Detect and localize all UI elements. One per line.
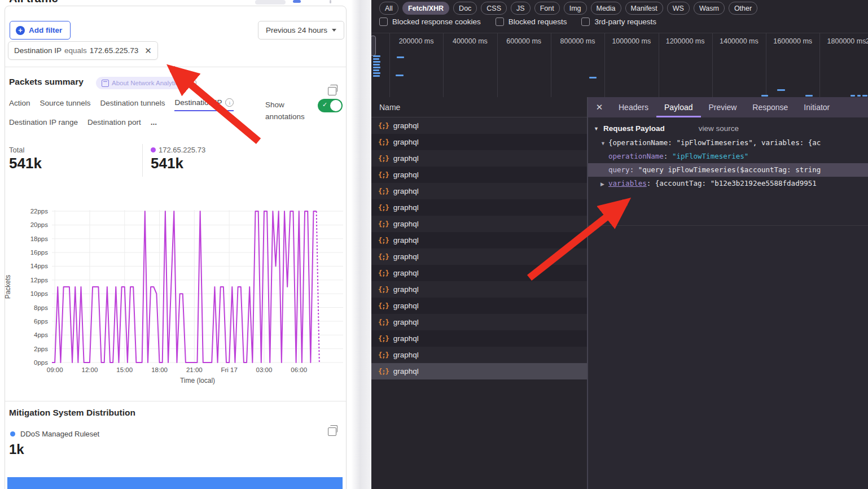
payload-line[interactable]: ▼{operationName: "ipFlowTimeseries", var…: [588, 136, 868, 150]
timeline-gridline: [443, 33, 444, 98]
stat-dot: [151, 147, 156, 152]
request-row[interactable]: {;}graphql: [371, 281, 587, 298]
divider: [5, 67, 346, 67]
detail-tab-initiator[interactable]: Initiator: [796, 97, 838, 117]
timeline-tick-label: 800000 ms: [560, 37, 595, 45]
copy-panel-icon[interactable]: [328, 427, 336, 436]
request-row[interactable]: {;}graphql: [371, 330, 587, 347]
detail-tab-preview[interactable]: Preview: [701, 97, 745, 117]
checkbox-blocked-response-cookies[interactable]: Blocked response cookies: [379, 18, 481, 26]
payload-key: operationName: [608, 152, 664, 160]
tab-destination-ip-range[interactable]: Destination IP range: [9, 118, 78, 130]
json-braces-icon: {;}: [378, 318, 389, 326]
detail-tab-payload[interactable]: Payload: [656, 97, 701, 117]
triangle-right-icon[interactable]: ▶: [600, 177, 608, 190]
request-row[interactable]: {;}graphql: [371, 216, 587, 232]
timeline-handle[interactable]: [371, 36, 376, 56]
about-network-analytics-badge[interactable]: About Network Analytics: [96, 77, 187, 89]
view-source-link[interactable]: view source: [699, 124, 739, 133]
payload-line[interactable]: operationName: "ipFlowTimeseries": [588, 150, 868, 163]
detail-tab-response[interactable]: Response: [744, 97, 796, 117]
devtools-pane: AllFetch/XHRDocCSSJSFontImgMediaManifest…: [371, 0, 868, 489]
svg-text:0pps: 0pps: [34, 359, 48, 366]
request-row[interactable]: {;}graphql: [371, 199, 587, 216]
request-row[interactable]: {;}graphql: [371, 347, 587, 363]
svg-text:18pps: 18pps: [30, 235, 49, 242]
tab-source-tunnels[interactable]: Source tunnels: [40, 98, 91, 111]
checkbox-box: [379, 18, 388, 26]
timeline-gridline: [659, 33, 659, 98]
request-row[interactable]: {;}graphql: [371, 265, 587, 281]
triangle-down-icon[interactable]: ▼: [600, 137, 608, 150]
filter-pill-other[interactable]: Other: [729, 2, 757, 15]
add-filter-button[interactable]: + Add filter: [10, 21, 71, 40]
request-row[interactable]: {;}graphql: [371, 363, 587, 379]
detail-tab-headers[interactable]: Headers: [611, 97, 656, 117]
filter-pill-doc[interactable]: Doc: [453, 2, 477, 15]
request-name: graphql: [393, 351, 419, 359]
svg-text:20pps: 20pps: [30, 221, 49, 228]
filter-pill-wasm[interactable]: Wasm: [694, 2, 725, 15]
mitigation-bar[interactable]: [7, 477, 343, 489]
cutoff-icon-fragment: [293, 0, 301, 3]
checkbox-3rd-party-requests[interactable]: 3rd-party requests: [581, 18, 656, 26]
request-name: graphql: [393, 318, 419, 326]
network-filter-pills: AllFetch/XHRDocCSSJSFontImgMediaManifest…: [379, 2, 757, 15]
filter-pill-css[interactable]: CSS: [481, 2, 507, 15]
request-row[interactable]: {;}graphql: [371, 150, 587, 167]
request-row[interactable]: {;}graphql: [371, 167, 587, 183]
time-range-dropdown[interactable]: Previous 24 hours: [258, 21, 344, 40]
pie-chart-icon[interactable]: [188, 78, 196, 87]
show-annotations-label: Show annotations: [265, 99, 313, 123]
request-row[interactable]: {;}graphql: [371, 232, 587, 248]
request-row[interactable]: {;}graphql: [371, 314, 587, 330]
chevron-down-icon: [332, 29, 336, 32]
triangle-down-icon: ▼: [594, 126, 599, 132]
request-timeline-mark: [373, 55, 380, 57]
show-annotations-toggle[interactable]: ✓: [318, 99, 343, 112]
filter-pill-img[interactable]: Img: [564, 2, 587, 15]
request-row[interactable]: {;}graphql: [371, 183, 587, 199]
request-row[interactable]: {;}graphql: [371, 248, 587, 265]
filter-pill-all[interactable]: All: [379, 2, 398, 15]
filter-pill-js[interactable]: JS: [511, 2, 531, 15]
tab-action[interactable]: Action: [9, 98, 30, 111]
name-column-header[interactable]: Name: [371, 97, 587, 117]
svg-text:Time (local): Time (local): [180, 377, 215, 385]
timeline-tick-label: 1800000 ms: [827, 37, 866, 45]
tab-destination-tunnels[interactable]: Destination tunnels: [100, 98, 165, 111]
filter-pill-fetch-xhr[interactable]: Fetch/XHR: [402, 2, 449, 15]
json-braces-icon: {;}: [378, 368, 389, 376]
filter-pill-manifest[interactable]: Manifest: [625, 2, 663, 15]
filter-pill-ws[interactable]: WS: [667, 2, 690, 15]
detail-tabbar: ✕ HeadersPayloadPreviewResponseInitiator: [588, 97, 868, 117]
tab-destination-port[interactable]: Destination port: [87, 118, 141, 130]
payload-line[interactable]: query: "query ipFlowTimeseries($accountT…: [588, 163, 868, 177]
request-row[interactable]: {;}graphql: [371, 117, 587, 134]
filter-pill-font[interactable]: Font: [534, 2, 560, 15]
timeline-tick-label: 2: [866, 37, 868, 45]
svg-text:14pps: 14pps: [30, 263, 49, 269]
payload-line[interactable]: ▶variables: {accountTag: "b12e3b2192ee55…: [588, 177, 868, 190]
checkbox-box: [581, 18, 590, 26]
close-icon[interactable]: ✕: [588, 102, 611, 112]
payload-key: variables: [608, 179, 647, 187]
checkbox-blocked-requests[interactable]: Blocked requests: [496, 18, 567, 26]
detail-tabs: HeadersPayloadPreviewResponseInitiator: [611, 97, 838, 117]
request-row[interactable]: {;}graphql: [371, 134, 587, 150]
json-braces-icon: {;}: [378, 138, 389, 146]
filter-pill-media[interactable]: Media: [591, 2, 621, 15]
filter-chip-close-icon[interactable]: ✕: [144, 46, 152, 55]
copy-panel-icon[interactable]: [328, 87, 336, 95]
request-name: graphql: [393, 252, 419, 261]
tab-destination-ip[interactable]: Destination IPi: [174, 98, 234, 111]
payload-value: "query ipFlowTimeseries($accountTag: str…: [638, 165, 821, 174]
svg-text:6pps: 6pps: [34, 318, 48, 325]
tab-label: Destination port: [87, 118, 141, 126]
pane-gap-scrollbar[interactable]: [351, 0, 372, 489]
packets-timeseries-chart[interactable]: 0pps2pps4pps6pps8pps10pps12pps14pps16pps…: [0, 201, 351, 392]
tabs-overflow-button[interactable]: ...: [151, 118, 157, 130]
filter-chip[interactable]: Destination IP equals 172.65.225.73 ✕: [8, 41, 158, 60]
request-row[interactable]: {;}graphql: [371, 298, 587, 314]
network-overview-timeline[interactable]: 200000 ms400000 ms600000 ms800000 ms1000…: [371, 33, 868, 98]
